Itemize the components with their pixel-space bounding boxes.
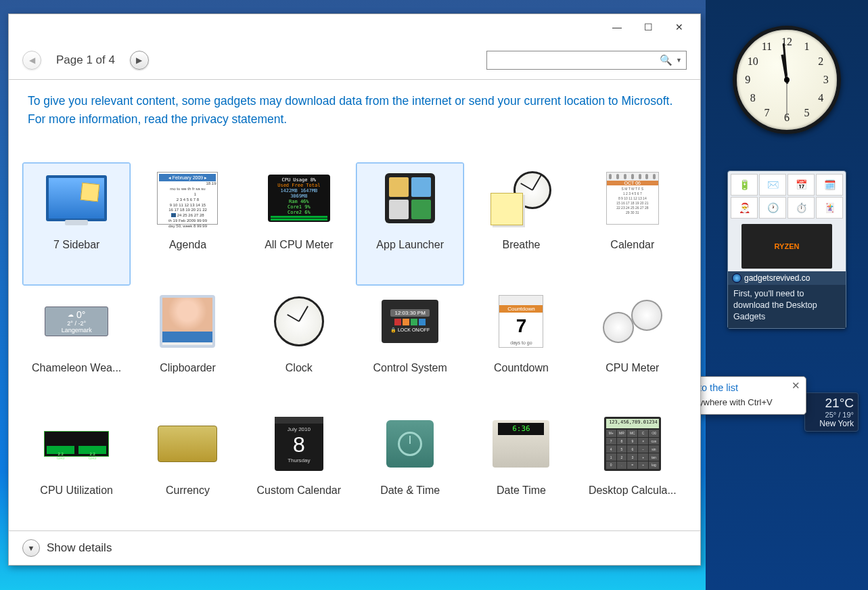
gadget-label: Countdown: [494, 362, 549, 374]
gadget-clipboarder[interactable]: Clipboarder: [133, 286, 242, 408]
gadget-all-cpu-meter[interactable]: CPU Usage 8% Used Free Total 1422MB 1647…: [245, 162, 353, 285]
clock-num-10: 10: [748, 55, 758, 68]
gadget-label: Date & Time: [380, 484, 440, 497]
gadget-breathe[interactable]: Breathe: [467, 162, 575, 285]
gadget-label: 7 Sidebar: [53, 239, 100, 251]
calendar-icon: ◂ February 2009 ▸ 18:19 mo tu we th fr s…: [157, 172, 218, 225]
feed-text: First, you'll need to download the Deskt…: [728, 285, 846, 328]
gadget-label: CPU Meter: [606, 362, 659, 374]
lock-panel-icon: 12:03:30 PM 🔒 LOCK ON/OFF: [382, 300, 438, 343]
photo-icon: [160, 295, 215, 348]
feed-title: gadgetsrevived.co: [744, 273, 810, 283]
footer: ▼ Show details: [9, 530, 700, 565]
gadget-label: Clock: [285, 362, 313, 374]
titlebar: — ☐ ✕: [9, 14, 700, 40]
maximize-button[interactable]: ☐: [633, 17, 664, 37]
search-icon[interactable]: 🔍: [660, 54, 672, 66]
minimize-button[interactable]: —: [601, 17, 633, 37]
weather-icon: ☁0° 2° / -2° Langemark: [45, 307, 108, 336]
feed-icon[interactable]: 🎅: [731, 197, 758, 219]
tooltip-subtext: ywhere with Ctrl+V: [699, 397, 791, 407]
gadget-clock[interactable]: Clock: [245, 286, 353, 408]
desktop-sidebar: 12 1 2 3 4 5 6 7 8 9 10 11 🔋 ✉️ 📅 🗓️ 🎅 🕐…: [706, 0, 868, 590]
datetime-icon: [386, 420, 434, 468]
clock-face: 12 1 2 3 4 5 6 7 8 9 10 11: [733, 26, 841, 134]
weather-city: New York: [809, 419, 854, 428]
gadget-chameleon-weather[interactable]: ☁0° 2° / -2° Langemark Chameleon Wea...: [22, 286, 131, 408]
gadget-control-system[interactable]: 12:03:30 PM 🔒 LOCK ON/OFF Control System: [356, 286, 464, 408]
clock-num-9: 9: [745, 74, 750, 86]
next-page-button[interactable]: ▶: [130, 51, 149, 70]
search-box[interactable]: 🔍 ▼: [486, 51, 687, 70]
gadget-label: App Launcher: [376, 239, 444, 251]
clock-num-2: 2: [818, 55, 823, 68]
search-dropdown-icon[interactable]: ▼: [676, 57, 682, 64]
weather-gadget[interactable]: 21°C 25° / 19° New York: [804, 392, 859, 432]
feed-icon[interactable]: 🃏: [816, 197, 843, 219]
gadget-label: Date Time: [497, 484, 546, 497]
toolbar: ◀ Page 1 of 4 ▶ 🔍 ▼: [9, 40, 700, 80]
clock-pin: [784, 77, 790, 83]
gadget-label: Calendar: [610, 239, 654, 251]
feed-icon-grid: 🔋 ✉️ 📅 🗓️ 🎅 🕐 ⏱️ 🃏: [728, 171, 846, 221]
gadget-calendar[interactable]: OCT 06 S M T W T F S1 2 3 4 5 6 78 9 10 …: [578, 162, 687, 285]
digital-clock-icon: 6:36: [493, 420, 549, 468]
gadget-label: All CPU Meter: [265, 239, 333, 251]
show-details-button[interactable]: ▼: [22, 539, 40, 557]
tooltip-title: to the list: [699, 382, 738, 393]
show-details-label[interactable]: Show details: [47, 541, 112, 555]
feed-image: RYZEN: [741, 224, 832, 269]
feed-icon[interactable]: 📅: [787, 174, 815, 196]
weather-temp: 21°C: [809, 396, 854, 411]
custom-calendar-icon: July 2010 8 Thursday: [275, 417, 323, 471]
clock-icon: [274, 296, 324, 346]
gadget-custom-calendar[interactable]: July 2010 8 Thursday Custom Calendar: [245, 408, 353, 530]
privacy-notice[interactable]: To give you relevant content, some gadge…: [9, 80, 700, 134]
clock-num-7: 7: [764, 107, 769, 119]
gadget-app-launcher[interactable]: App Launcher: [356, 162, 464, 285]
gadget-label: Clipboarder: [160, 362, 216, 374]
clock-num-8: 8: [750, 92, 756, 104]
gadget-date-time-2[interactable]: 6:36 Date Time: [467, 408, 575, 530]
wall-calendar-icon: OCT 06 S M T W T F S1 2 3 4 5 6 78 9 10 …: [606, 172, 659, 225]
close-button[interactable]: ✕: [664, 17, 695, 37]
clock-num-3: 3: [823, 74, 829, 86]
prev-page-button[interactable]: ◀: [22, 51, 41, 70]
gadget-date-time[interactable]: Date & Time: [356, 408, 464, 530]
calculator-icon: 123,456,789.01234 M+MRMCC⌫ 789×cos 456−s…: [604, 417, 661, 471]
clock-num-4: 4: [818, 92, 823, 104]
weather-range: 25° / 19°: [809, 411, 854, 419]
gadget-agenda[interactable]: ◂ February 2009 ▸ 18:19 mo tu we th fr s…: [133, 162, 242, 285]
feed-icon[interactable]: 🕐: [759, 197, 786, 219]
clock-num-1: 1: [804, 41, 810, 53]
feed-icon[interactable]: 🔋: [731, 174, 758, 196]
dial-meter-icon: [603, 300, 662, 343]
gadget-grid: 7 Sidebar ◂ February 2009 ▸ 18:19 mo tu …: [9, 134, 700, 530]
feed-title-bar[interactable]: gadgetsrevived.co: [728, 271, 846, 285]
clock-num-11: 11: [762, 41, 772, 53]
gadget-gallery-window: — ☐ ✕ ◀ Page 1 of 4 ▶ 🔍 ▼ To give you re…: [8, 14, 701, 566]
gadget-cpu-utilization[interactable]: CPU Utilization: [22, 408, 131, 530]
breathe-icon: [490, 171, 551, 225]
launcher-icon: [385, 173, 435, 223]
currency-icon: [158, 426, 217, 462]
gadget-desktop-calculator[interactable]: 123,456,789.01234 M+MRMCC⌫ 789×cos 456−s…: [578, 408, 687, 530]
page-label: Page 1 of 4: [56, 53, 115, 67]
gadget-cpu-meter[interactable]: CPU Meter: [578, 286, 687, 408]
gadget-label: Breathe: [502, 239, 540, 251]
feed-icon[interactable]: 🗓️: [816, 174, 843, 196]
close-icon[interactable]: ✕: [792, 380, 800, 392]
search-input[interactable]: [491, 55, 660, 66]
tooltip-popup: ✕ to the list ywhere with Ctrl+V: [691, 376, 806, 415]
gadget-currency[interactable]: Currency: [133, 408, 242, 530]
monitor-icon: [46, 175, 107, 221]
cpu-meter-icon: CPU Usage 8% Used Free Total 1422MB 1647…: [268, 175, 330, 222]
gadget-7-sidebar[interactable]: 7 Sidebar: [22, 162, 131, 285]
gadget-label: CPU Utilization: [40, 484, 113, 497]
gadget-countdown[interactable]: Countdown 7 days to go Countdown: [467, 286, 575, 408]
feed-icon[interactable]: ⏱️: [787, 197, 815, 219]
feed-gadget[interactable]: 🔋 ✉️ 📅 🗓️ 🎅 🕐 ⏱️ 🃏 RYZEN gadgetsrevived.…: [727, 171, 846, 329]
feed-icon[interactable]: ✉️: [759, 174, 786, 196]
gadget-label: Currency: [166, 484, 210, 497]
clock-gadget[interactable]: 12 1 2 3 4 5 6 7 8 9 10 11: [733, 26, 841, 134]
